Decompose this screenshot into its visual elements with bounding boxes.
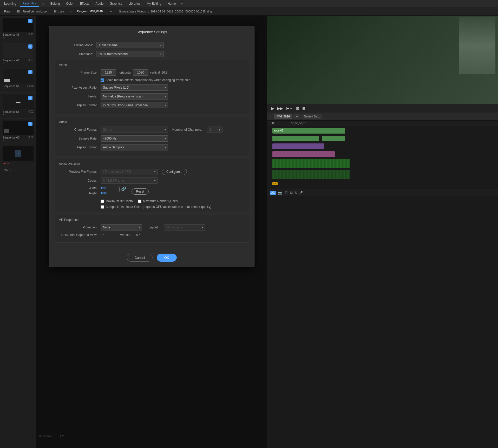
- max-bit-depth-checkbox[interactable]: [101, 200, 104, 203]
- editing-mode-label: Editing Mode:: [55, 43, 96, 47]
- scale-motion-checkbox[interactable]: [101, 78, 104, 82]
- channel-format-select[interactable]: Stereo: [101, 127, 168, 133]
- codec-select[interactable]: MPEG I-Frame: [101, 177, 158, 184]
- fields-select-wrapper[interactable]: No Fields (Progressive Scan): [101, 93, 168, 100]
- dialog-body: Editing Mode: ARRI Cinema Timebase: 29: [49, 38, 254, 249]
- timeline-tab-menu[interactable]: ≡: [293, 114, 300, 119]
- play-fast-button[interactable]: ▶▶: [277, 106, 283, 110]
- timebase-select[interactable]: 29.97 frames/second: [96, 51, 164, 57]
- reset-button[interactable]: Reset: [132, 188, 148, 195]
- codec-select-wrapper[interactable]: MPEG I-Frame: [101, 177, 158, 184]
- fx-area: FX: [272, 182, 278, 185]
- preview-file-format-select-wrapper[interactable]: I-Frame Only MPEG: [101, 169, 158, 175]
- max-bit-depth-check: Maximum Bit Depth: [101, 199, 133, 203]
- tab-raw[interactable]: Raw: [2, 9, 12, 14]
- fields-label: Fields:: [59, 95, 101, 98]
- play-button[interactable]: ▶: [271, 106, 274, 110]
- list-item[interactable]: — ⊞ Sequence 55 0;02 N: [0, 93, 36, 118]
- list-item[interactable]: ? .mov: [0, 144, 36, 167]
- center-area: Sequence 01 4;26 Sequence Settings Editi…: [36, 16, 267, 448]
- dialog-overlay: Sequence Settings Editing Mode: ARRI Cin…: [36, 16, 267, 448]
- configure-button[interactable]: Configure...: [162, 169, 187, 175]
- vr-projection-select[interactable]: None: [101, 224, 142, 230]
- width-value: 1920: [101, 186, 116, 190]
- close-tab-icon[interactable]: ✕: [270, 115, 272, 118]
- preview-file-format-select[interactable]: I-Frame Only MPEG: [101, 169, 158, 175]
- skip-forward-button[interactable]: ⊢→: [286, 106, 293, 110]
- menu-effects[interactable]: Effects: [77, 1, 92, 6]
- menu-libraries[interactable]: Libraries: [126, 1, 143, 6]
- menu-home[interactable]: Home: [165, 1, 178, 6]
- tab-more-icon[interactable]: »: [69, 9, 73, 14]
- ok-button[interactable]: OK: [157, 254, 177, 262]
- menu-list-icon[interactable]: ≡: [40, 1, 47, 6]
- menu-editing[interactable]: Editing: [48, 1, 63, 6]
- tabs-bar: Raw Bin: Reed Vernon Logo Bin: Wo » Prog…: [0, 7, 498, 16]
- menu-bar: Learning Assembly ≡ Editing Color Effect…: [0, 0, 498, 7]
- timeline-tab-mvi[interactable]: MVI_8616: [274, 114, 292, 119]
- camera-icon[interactable]: 📷: [278, 191, 282, 195]
- vertical-label: vertical: [150, 71, 160, 74]
- pixel-aspect-select[interactable]: Square Pixels (1.0): [101, 84, 168, 91]
- cancel-button[interactable]: Cancel: [127, 254, 152, 262]
- audio-icon[interactable]: 🎵: [284, 191, 288, 195]
- timebase-select-wrapper[interactable]: 29.97 frames/second: [96, 51, 164, 57]
- list-item[interactable]: ⊞ Sequence 51 10;20 R: [0, 67, 36, 93]
- video-display-format-select[interactable]: 29.97 fps Drop-Frame Timecode: [101, 102, 168, 108]
- list-item[interactable]: ⊞ Sequence 60 0;02 N: [0, 118, 36, 144]
- video-section: Video Frame Size: horizontal vertical 16…: [55, 60, 249, 114]
- frame-height-input[interactable]: [133, 69, 148, 76]
- menu-more-icon[interactable]: »: [179, 1, 184, 6]
- vr-layout-select-wrapper[interactable]: Monoscopic: [164, 224, 205, 230]
- waveform-track-2: [272, 170, 350, 179]
- bracket-icon: }: [118, 186, 120, 192]
- frame-width-input[interactable]: [101, 69, 116, 76]
- audio-display-format-select-wrapper[interactable]: Audio Samples: [101, 144, 168, 150]
- num-channels-select-wrapper[interactable]: 2: [207, 127, 222, 133]
- menu-assembly[interactable]: Assembly: [20, 1, 39, 7]
- solo-icon[interactable]: S: [295, 191, 297, 195]
- sequence-time: 0;02: [29, 110, 34, 113]
- composite-linear-checkbox[interactable]: [101, 205, 104, 209]
- track-row-waveform2: [267, 169, 498, 180]
- sample-rate-select-wrapper[interactable]: 48000 Hz: [101, 135, 168, 142]
- sequence-tag: N: [3, 139, 34, 142]
- tab-bin-reed[interactable]: Bin: Reed Vernon Logo: [15, 9, 49, 14]
- sample-rate-select[interactable]: 48000 Hz: [101, 135, 168, 142]
- channel-format-select-wrapper[interactable]: Stereo: [101, 127, 168, 133]
- purple-track: [272, 143, 324, 149]
- editing-mode-select[interactable]: ARRI Cinema: [96, 42, 164, 48]
- list-item[interactable]: ⊞ Sequence 47 0;07 N: [0, 41, 36, 67]
- tab-program-menu-icon[interactable]: ≡: [107, 9, 114, 14]
- editing-mode-select-wrapper[interactable]: ARRI Cinema: [96, 42, 164, 48]
- menu-learning[interactable]: Learning: [2, 1, 19, 6]
- vr-projection-select-wrapper[interactable]: None: [101, 224, 142, 230]
- menu-my-editing[interactable]: My Editing: [144, 1, 164, 6]
- fields-select[interactable]: No Fields (Progressive Scan): [101, 93, 168, 100]
- height-value: 1080: [101, 192, 116, 195]
- list-item[interactable]: ⊞ Sequence 43 0;22 N: [0, 16, 36, 41]
- tab-source[interactable]: Source: Ware Videos_1_2019-04-02_0619_C0…: [116, 9, 215, 14]
- mic-icon[interactable]: 🎤: [299, 191, 303, 195]
- pixel-aspect-select-wrapper[interactable]: Square Pixels (1.0): [101, 84, 168, 91]
- thumbnail-51: ⊞: [3, 69, 34, 83]
- vr-layout-select[interactable]: Monoscopic: [164, 224, 205, 230]
- video-track-2: [272, 136, 319, 141]
- menu-color[interactable]: Color: [63, 1, 76, 6]
- audio-display-format-select[interactable]: Audio Samples: [101, 144, 168, 150]
- right-panel: ▶ ▶▶ ⊢→ ⊡ ⊞ ✕ MVI_8616 ≡ Nested Se... 5;…: [267, 16, 498, 448]
- loop-button[interactable]: ⊞: [302, 106, 305, 110]
- tab-bin-wo[interactable]: Bin: Wo: [51, 9, 67, 14]
- menu-audio[interactable]: Audio: [93, 1, 106, 6]
- vr-projection-row: Projection: None Layout: Monoscopic: [59, 224, 245, 230]
- mute-icon[interactable]: M: [290, 191, 293, 195]
- num-channels-select[interactable]: 2: [207, 127, 222, 133]
- video-display-format-select-wrapper[interactable]: 29.97 fps Drop-Frame Timecode: [101, 102, 168, 108]
- tab-program-mvi[interactable]: Program: MVI_8616: [75, 9, 105, 14]
- menu-graphics[interactable]: Graphics: [107, 1, 125, 6]
- trim-button[interactable]: ⊡: [296, 106, 299, 110]
- timeline-tab-nested[interactable]: Nested Se...: [302, 114, 323, 119]
- max-render-quality-checkbox[interactable]: [138, 200, 141, 203]
- num-channels-label: Number of Channels:: [172, 128, 205, 131]
- thumbnail-55: — ⊞: [3, 95, 34, 109]
